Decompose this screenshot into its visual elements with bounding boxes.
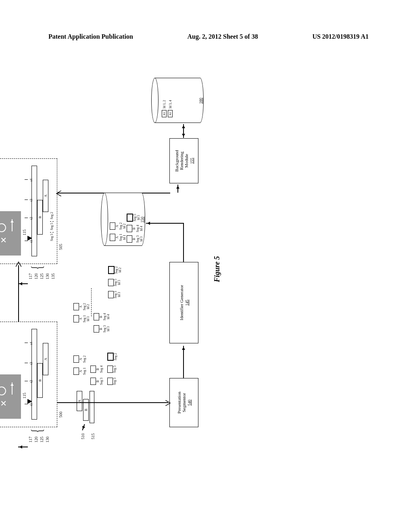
open-arrowhead-icon <box>16 261 21 267</box>
presentation-segmentor-box: Presentation Segmentor 540 <box>169 378 198 427</box>
brace-icon: { <box>29 266 44 269</box>
arrow-icon <box>12 219 13 231</box>
identifier-generator-box: Identifier Generator 145 <box>169 262 198 343</box>
stickfigure-icon: ✕ <box>0 237 8 243</box>
seg-grid-stage1-top: ASeg 1 ASeg 2 <box>73 355 86 375</box>
ref-120: 120 <box>34 436 38 443</box>
brace-icon: { <box>29 429 44 432</box>
seg5-lbl: Seg 5 <box>50 221 54 231</box>
editor-panel-500: 110 ✕ 115 116 B A t1 t2 t3 t4 <box>0 322 57 427</box>
header-left: Patent Application Publication <box>48 33 133 40</box>
track-A: A <box>43 180 48 212</box>
connector-arrow <box>18 265 19 322</box>
header-right: US 2012/0198319 A1 <box>312 33 369 40</box>
seg2-lbl: Seg 2 <box>50 212 54 220</box>
seg-grid-stage1-bot: Seg 3 Seg 5 Seg 2 <box>107 353 117 385</box>
queue-cylinder: 150 ASeg 1Id 1 ASeg 2Id 2 BSeg 3Id 3 BSe… <box>101 193 145 246</box>
track-B: B <box>37 200 43 235</box>
background-rendering-module-box: Background Rendering Module 155 <box>169 138 198 183</box>
ref-515: 515 <box>91 433 95 439</box>
seg3-lbl: Seg 3 <box>50 232 54 241</box>
ref-510: 510 <box>81 433 85 439</box>
result-store-cylinder: 160 R1Id 1, 2 R2Id 3, 4 <box>151 79 204 123</box>
figure-5: 110 ✕ 115 116 B A t1 t2 t3 t4 <box>32 125 387 375</box>
editor-panel-505: 110 ✕ 115 116 B A Seg 3 Seg 5 Seg 2 <box>0 158 57 264</box>
ref-155: 155 <box>190 158 194 164</box>
seg-grid-stage2-mid: BSeg 3Id 3 BSeg 4Id 4 <box>94 313 110 332</box>
up-arrow-icon <box>18 447 28 448</box>
preview-area: ✕ <box>0 374 21 419</box>
lane-view: A B <box>77 391 93 423</box>
ref-130: 130 <box>45 436 50 443</box>
ref-145: 145 <box>185 300 189 306</box>
ref-117: 117 <box>28 436 33 443</box>
open-arrowhead-icon <box>165 400 171 406</box>
arrow-icon <box>12 382 13 395</box>
stickfigure-icon: ✕ <box>0 400 8 407</box>
bidir-arrow <box>183 124 184 138</box>
ref-505: 505 <box>58 244 63 250</box>
open-arrowhead-icon <box>56 191 61 196</box>
seg-grid-stage2-top: ASeg 1Id 1 ASeg 2Id 2 <box>73 303 90 322</box>
track-B: B <box>37 363 43 398</box>
circle-icon <box>0 223 6 232</box>
header-center: Aug. 2, 2012 Sheet 5 of 38 <box>188 33 258 40</box>
ref-115: 115 <box>22 393 27 399</box>
ref-125: 125 <box>40 436 44 443</box>
seg-grid-stage2-bot: Seg 3Id 3 Seg 5Id 5 Seg 2Id 2 <box>108 266 122 298</box>
figure-label: Figure 5 <box>213 256 221 282</box>
t2: t2 <box>29 380 33 383</box>
circle-icon <box>0 387 6 395</box>
seg-grid-stage1-mid: BSeg 3 BSeg 4 <box>90 366 103 385</box>
t3: t3 <box>29 362 33 365</box>
ref-540: 540 <box>187 400 192 406</box>
ref-500: 500 <box>58 411 63 418</box>
preview-area-2: ✕ <box>0 211 21 256</box>
t4: t4 <box>29 342 33 345</box>
track-A: A <box>43 343 48 375</box>
t1: t1 <box>29 403 33 406</box>
ref-160: 160 <box>198 79 203 123</box>
ref-115b: 115 <box>22 229 27 235</box>
